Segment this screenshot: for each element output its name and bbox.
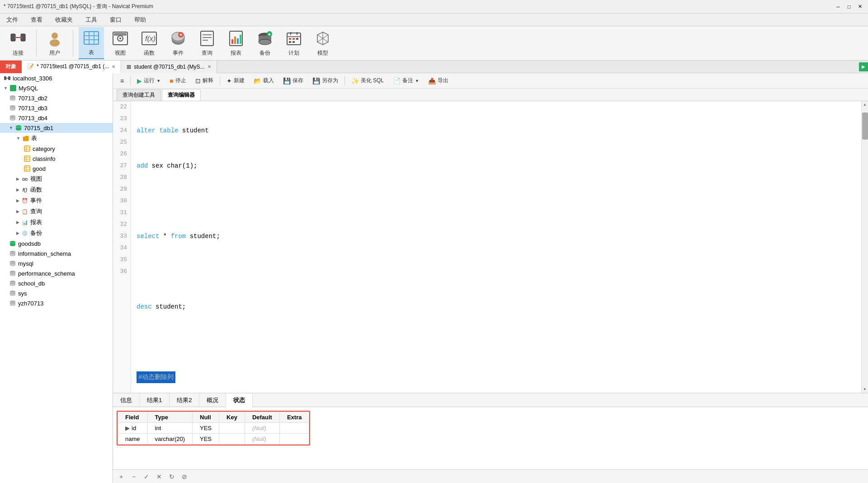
report-icon (227, 29, 245, 47)
stop-result-button[interactable]: ⊘ (180, 472, 189, 481)
sidebar-item-reports-folder[interactable]: ▶ 📊 报表 (0, 217, 113, 228)
sidebar-item-tables-folder[interactable]: ▼ 表 (0, 133, 113, 144)
result-tab-result1[interactable]: 结果1 (140, 394, 170, 407)
sidebar-item-school-db[interactable]: school_db (0, 278, 113, 288)
sidebar-item-70715db1[interactable]: ▼ 70715_db1 (0, 123, 113, 133)
scroll-down-btn[interactable]: ▼ (862, 386, 868, 393)
add-row-button[interactable]: + (117, 472, 126, 481)
cell-key-name (219, 434, 245, 445)
tab-query-builder[interactable]: 查询创建工具 (117, 89, 161, 101)
result-tab-info[interactable]: 信息 (113, 394, 140, 407)
close-button[interactable]: ✕ (855, 2, 864, 11)
sidebar-item-localhost[interactable]: localhost_3306 (0, 73, 113, 83)
toolbar-schedule[interactable]: 计划 (281, 28, 307, 59)
toolbar-view[interactable]: 视图 (108, 28, 133, 59)
beautify-button[interactable]: ✨ 美化 SQL (348, 75, 387, 86)
code-editor[interactable]: alter table student add sex char(1); sel… (131, 101, 861, 393)
comment-button[interactable]: 📄 备注 ▼ (389, 75, 423, 86)
delete-button[interactable]: ✕ (155, 472, 164, 481)
sidebar-item-goodsdb[interactable]: goodsdb (0, 239, 113, 249)
table-row[interactable]: ▶id int YES (Null) (118, 423, 309, 434)
sidebar-item-70713db4[interactable]: 70713_db4 (0, 113, 113, 123)
sidebar-item-information-schema[interactable]: information_schema (0, 249, 113, 258)
connection-status-icon[interactable]: ▶ (859, 62, 868, 71)
tab-student-close[interactable]: ✕ (208, 64, 211, 69)
svg-point-5 (52, 33, 58, 39)
code-line-22: alter table student (137, 125, 856, 136)
toolbar-connect[interactable]: 连接 (5, 28, 31, 59)
menu-favorites[interactable]: 收藏夹 (52, 15, 75, 25)
sidebar-item-category[interactable]: category (0, 144, 113, 154)
scroll-up-btn[interactable]: ▲ (862, 101, 868, 108)
save-button[interactable]: 💾 保存 (279, 75, 307, 86)
menu-view[interactable]: 查看 (28, 15, 45, 25)
sidebar-item-mysql-db[interactable]: mysql (0, 258, 113, 268)
sidebar-item-mysql[interactable]: ▼ MySQL (0, 83, 113, 93)
sidebar-item-sys[interactable]: sys (0, 288, 113, 298)
result-tab-result2[interactable]: 结果2 (170, 394, 199, 407)
sidebar-item-queries-folder[interactable]: ▶ 📋 查询 (0, 206, 113, 217)
expand-chevron: ▼ (4, 86, 8, 90)
scroll-track[interactable] (862, 108, 868, 386)
refresh-button[interactable]: ↻ (167, 472, 176, 481)
sidebar-item-backup-folder[interactable]: ▶ 💿 备份 (0, 228, 113, 239)
tab-query-70715[interactable]: 📝 * 70715test1 @70715_db1 (... ✕ (22, 61, 121, 73)
menu-file[interactable]: 文件 (4, 15, 21, 25)
load-button[interactable]: 📂 载入 (250, 75, 278, 86)
toolbar-event[interactable]: 事件 (165, 28, 191, 59)
tab-query-label: * 70715test1 @70715_db1 (... (37, 63, 109, 70)
run-button[interactable]: ▶ 运行 ▼ (133, 75, 164, 86)
divider-1 (36, 30, 37, 57)
menu-help[interactable]: 帮助 (132, 15, 149, 25)
toolbar-user[interactable]: 用户 (42, 28, 67, 59)
tab-query-editor[interactable]: 查询编辑器 (162, 89, 201, 101)
editor-area[interactable]: 22 23 24 25 26 27 28 29 30 31 32 33 34 3… (113, 101, 868, 393)
toolbar-function[interactable]: f(x) 函数 (137, 28, 162, 59)
remove-row-button[interactable]: − (129, 472, 138, 481)
sidebar-item-events-folder[interactable]: ▶ ⏰ 事件 (0, 195, 113, 206)
db-70715db1-label: 70715_db1 (24, 125, 53, 131)
toolbar-report[interactable]: 报表 (223, 28, 249, 59)
toolbar-backup[interactable]: ● 备份 (252, 28, 278, 59)
model-icon (314, 29, 332, 47)
backup-icon: ● (256, 29, 274, 47)
sidebar-item-performance-schema[interactable]: performance_schema (0, 268, 113, 278)
sidebar-item-good[interactable]: good (0, 164, 113, 174)
scroll-thumb[interactable] (862, 113, 868, 140)
sidebar-item-70713db2[interactable]: 70713_db2 (0, 93, 113, 103)
sidebar-item-70713db3[interactable]: 70713_db3 (0, 103, 113, 113)
sidebar-item-functions-folder[interactable]: ▶ f() 函数 (0, 184, 113, 195)
sidebar-item-views-folder[interactable]: ▶ oo 视图 (0, 174, 113, 184)
sec-divider-2 (220, 76, 220, 85)
editor-scrollbar[interactable]: ▲ ▼ (861, 101, 868, 393)
new-button[interactable]: ✦ 新建 (223, 75, 248, 86)
tab-student[interactable]: ⊞ student @70715_db1 (MyS... ✕ (121, 61, 217, 73)
export-button[interactable]: 📤 导出 (425, 75, 452, 86)
tab-query-close[interactable]: ✕ (112, 64, 115, 69)
sidebar-item-classinfo[interactable]: classinfo (0, 154, 113, 164)
svg-point-93 (10, 284, 15, 286)
explain-icon: ⊡ (195, 77, 201, 84)
maximize-button[interactable]: □ (844, 2, 854, 11)
backup-label: 备份 (30, 229, 42, 237)
cell-default-name: (Null) (245, 434, 279, 445)
menu-button[interactable]: ≡ (117, 76, 127, 86)
check-button[interactable]: ✓ (142, 472, 151, 481)
result-tab-overview[interactable]: 概况 (199, 394, 226, 407)
explain-button[interactable]: ⊡ 解释 (192, 75, 217, 86)
sidebar-item-yzh70713[interactable]: yzh70713 (0, 298, 113, 308)
menu-tools[interactable]: 工具 (83, 15, 100, 25)
cell-field-id: ▶id (118, 423, 148, 434)
toolbar-model[interactable]: 模型 (310, 28, 335, 59)
minimize-button[interactable]: ─ (834, 2, 843, 11)
result-tab-status[interactable]: 状态 (226, 394, 253, 407)
toolbar-table[interactable]: 表 (79, 27, 104, 59)
save-as-button[interactable]: 💾 另存为 (309, 75, 342, 86)
object-tab-button[interactable]: 对象 (0, 61, 22, 73)
toolbar-query[interactable]: 查询 (194, 28, 220, 59)
stop-button[interactable]: ■ 停止 (166, 75, 189, 86)
svg-rect-71 (24, 156, 30, 161)
table-row[interactable]: name varchar(20) YES (Null) (118, 434, 309, 445)
mysql-icon (9, 84, 17, 92)
menu-window[interactable]: 窗口 (107, 15, 124, 25)
